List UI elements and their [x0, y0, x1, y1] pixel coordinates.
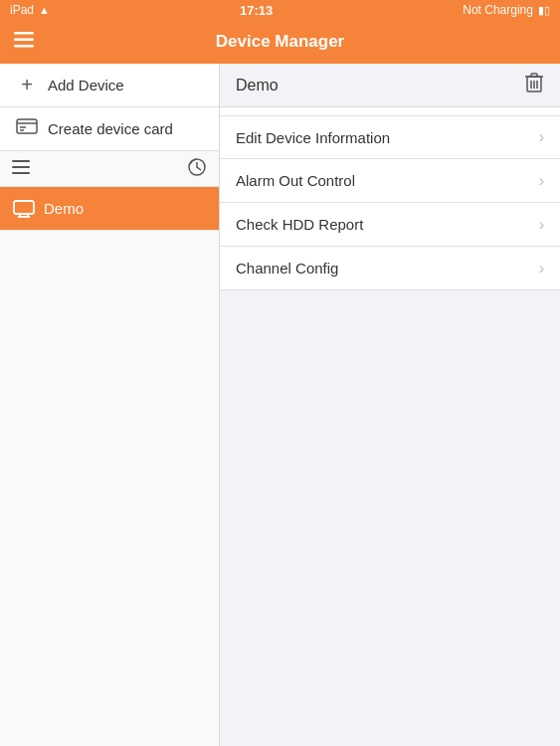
selected-device-title: Demo	[236, 77, 279, 94]
svg-rect-11	[14, 201, 34, 214]
device-item-demo[interactable]: Demo	[0, 187, 219, 231]
nav-title: Device Manager	[216, 32, 344, 52]
chevron-icon-edit: ›	[539, 128, 544, 146]
card-icon	[16, 118, 38, 139]
status-bar: iPad ▲ 17:13 Not Charging ▮▯	[0, 0, 560, 20]
menu-item-alarm-out-control-label: Alarm Out Control	[236, 172, 355, 189]
create-device-card-label: Create device card	[48, 120, 173, 137]
menu-item-edit-device-info-label: Edit Device Information	[236, 129, 390, 146]
svg-rect-0	[14, 32, 34, 35]
add-device-button[interactable]: + Add Device	[0, 64, 219, 107]
battery-icon: ▮▯	[538, 4, 550, 17]
device-menu-list: Edit Device Information › Alarm Out Cont…	[220, 107, 560, 290]
menu-item-channel-config[interactable]: Channel Config ›	[220, 247, 560, 290]
device-list: Demo	[0, 187, 219, 746]
list-icon[interactable]	[12, 160, 30, 178]
wifi-icon: ▲	[39, 4, 50, 16]
add-icon: +	[16, 74, 38, 96]
menu-icon[interactable]	[14, 32, 34, 53]
svg-rect-3	[17, 119, 37, 133]
sidebar-toolbar	[0, 151, 219, 187]
history-icon[interactable]	[187, 157, 207, 181]
content-header: Demo	[220, 64, 560, 107]
content-panel: Demo Edit Device Information › Alarm Out…	[220, 64, 560, 746]
add-device-label: Add Device	[48, 77, 124, 93]
svg-rect-7	[12, 160, 30, 162]
menu-item-channel-config-label: Channel Config	[236, 260, 338, 277]
chevron-icon-channel: ›	[539, 260, 544, 278]
svg-rect-1	[14, 38, 34, 41]
chevron-icon-alarm: ›	[539, 172, 544, 190]
device-monitor-icon	[12, 200, 36, 218]
nav-bar: Device Manager	[0, 20, 560, 64]
time-label: 17:13	[240, 3, 273, 18]
chevron-icon-hdd: ›	[539, 216, 544, 234]
status-right: Not Charging ▮▯	[463, 3, 550, 17]
menu-item-edit-device-info[interactable]: Edit Device Information ›	[220, 115, 560, 159]
menu-item-alarm-out-control[interactable]: Alarm Out Control ›	[220, 159, 560, 203]
svg-rect-8	[12, 166, 30, 168]
svg-rect-2	[14, 45, 34, 48]
device-name-demo: Demo	[44, 200, 84, 217]
status-left: iPad ▲	[10, 3, 50, 17]
delete-device-button[interactable]	[524, 72, 544, 98]
svg-rect-9	[12, 172, 30, 174]
main-layout: + Add Device Create device card	[0, 64, 560, 746]
menu-item-check-hdd-report-label: Check HDD Report	[236, 216, 363, 233]
create-device-card-button[interactable]: Create device card	[0, 107, 219, 151]
menu-item-check-hdd-report[interactable]: Check HDD Report ›	[220, 203, 560, 247]
sidebar: + Add Device Create device card	[0, 64, 220, 746]
battery-status-label: Not Charging	[463, 3, 533, 17]
carrier-label: iPad	[10, 3, 34, 17]
